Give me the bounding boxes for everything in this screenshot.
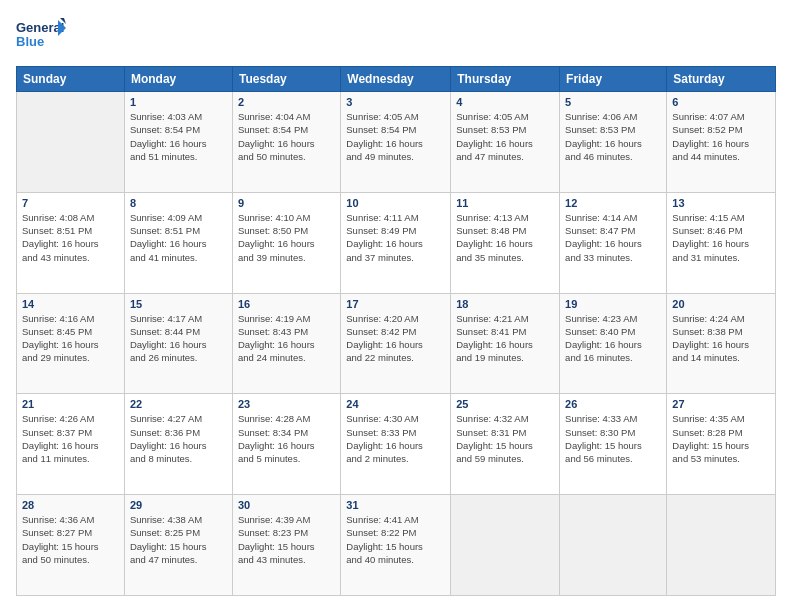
table-row: 29Sunrise: 4:38 AMSunset: 8:25 PMDayligh… [124,495,232,596]
table-row [451,495,560,596]
table-row: 9Sunrise: 4:10 AMSunset: 8:50 PMDaylight… [232,192,340,293]
day-number: 14 [22,298,119,310]
table-row [667,495,776,596]
day-info: Sunrise: 4:39 AMSunset: 8:23 PMDaylight:… [238,513,335,566]
day-info: Sunrise: 4:05 AMSunset: 8:54 PMDaylight:… [346,110,445,163]
day-info: Sunrise: 4:20 AMSunset: 8:42 PMDaylight:… [346,312,445,365]
day-number: 2 [238,96,335,108]
day-info: Sunrise: 4:23 AMSunset: 8:40 PMDaylight:… [565,312,661,365]
table-row: 3Sunrise: 4:05 AMSunset: 8:54 PMDaylight… [341,92,451,193]
day-number: 30 [238,499,335,511]
day-number: 15 [130,298,227,310]
table-row [560,495,667,596]
day-info: Sunrise: 4:08 AMSunset: 8:51 PMDaylight:… [22,211,119,264]
day-number: 22 [130,398,227,410]
table-row: 20Sunrise: 4:24 AMSunset: 8:38 PMDayligh… [667,293,776,394]
day-info: Sunrise: 4:28 AMSunset: 8:34 PMDaylight:… [238,412,335,465]
col-header-monday: Monday [124,67,232,92]
day-number: 21 [22,398,119,410]
col-header-friday: Friday [560,67,667,92]
day-number: 1 [130,96,227,108]
day-info: Sunrise: 4:17 AMSunset: 8:44 PMDaylight:… [130,312,227,365]
table-row: 31Sunrise: 4:41 AMSunset: 8:22 PMDayligh… [341,495,451,596]
col-header-wednesday: Wednesday [341,67,451,92]
day-info: Sunrise: 4:24 AMSunset: 8:38 PMDaylight:… [672,312,770,365]
day-number: 19 [565,298,661,310]
day-number: 6 [672,96,770,108]
col-header-saturday: Saturday [667,67,776,92]
table-row: 8Sunrise: 4:09 AMSunset: 8:51 PMDaylight… [124,192,232,293]
day-number: 4 [456,96,554,108]
table-row: 10Sunrise: 4:11 AMSunset: 8:49 PMDayligh… [341,192,451,293]
day-info: Sunrise: 4:21 AMSunset: 8:41 PMDaylight:… [456,312,554,365]
svg-text:General: General [16,20,64,35]
svg-text:Blue: Blue [16,34,44,49]
day-info: Sunrise: 4:19 AMSunset: 8:43 PMDaylight:… [238,312,335,365]
table-row: 15Sunrise: 4:17 AMSunset: 8:44 PMDayligh… [124,293,232,394]
table-row: 30Sunrise: 4:39 AMSunset: 8:23 PMDayligh… [232,495,340,596]
calendar-table: SundayMondayTuesdayWednesdayThursdayFrid… [16,66,776,596]
col-header-thursday: Thursday [451,67,560,92]
table-row: 6Sunrise: 4:07 AMSunset: 8:52 PMDaylight… [667,92,776,193]
day-number: 27 [672,398,770,410]
table-row: 1Sunrise: 4:03 AMSunset: 8:54 PMDaylight… [124,92,232,193]
table-row: 18Sunrise: 4:21 AMSunset: 8:41 PMDayligh… [451,293,560,394]
day-info: Sunrise: 4:26 AMSunset: 8:37 PMDaylight:… [22,412,119,465]
day-info: Sunrise: 4:03 AMSunset: 8:54 PMDaylight:… [130,110,227,163]
day-number: 23 [238,398,335,410]
table-row: 28Sunrise: 4:36 AMSunset: 8:27 PMDayligh… [17,495,125,596]
table-row: 24Sunrise: 4:30 AMSunset: 8:33 PMDayligh… [341,394,451,495]
day-info: Sunrise: 4:32 AMSunset: 8:31 PMDaylight:… [456,412,554,465]
day-info: Sunrise: 4:41 AMSunset: 8:22 PMDaylight:… [346,513,445,566]
logo: General Blue [16,16,66,58]
day-number: 18 [456,298,554,310]
day-info: Sunrise: 4:27 AMSunset: 8:36 PMDaylight:… [130,412,227,465]
day-info: Sunrise: 4:33 AMSunset: 8:30 PMDaylight:… [565,412,661,465]
table-row: 23Sunrise: 4:28 AMSunset: 8:34 PMDayligh… [232,394,340,495]
table-row: 27Sunrise: 4:35 AMSunset: 8:28 PMDayligh… [667,394,776,495]
day-info: Sunrise: 4:35 AMSunset: 8:28 PMDaylight:… [672,412,770,465]
table-row: 11Sunrise: 4:13 AMSunset: 8:48 PMDayligh… [451,192,560,293]
day-info: Sunrise: 4:16 AMSunset: 8:45 PMDaylight:… [22,312,119,365]
day-number: 8 [130,197,227,209]
day-info: Sunrise: 4:10 AMSunset: 8:50 PMDaylight:… [238,211,335,264]
day-number: 16 [238,298,335,310]
day-number: 13 [672,197,770,209]
day-number: 28 [22,499,119,511]
table-row: 14Sunrise: 4:16 AMSunset: 8:45 PMDayligh… [17,293,125,394]
day-number: 10 [346,197,445,209]
day-number: 29 [130,499,227,511]
table-row: 4Sunrise: 4:05 AMSunset: 8:53 PMDaylight… [451,92,560,193]
table-row: 25Sunrise: 4:32 AMSunset: 8:31 PMDayligh… [451,394,560,495]
col-header-sunday: Sunday [17,67,125,92]
day-info: Sunrise: 4:36 AMSunset: 8:27 PMDaylight:… [22,513,119,566]
table-row: 26Sunrise: 4:33 AMSunset: 8:30 PMDayligh… [560,394,667,495]
table-row: 12Sunrise: 4:14 AMSunset: 8:47 PMDayligh… [560,192,667,293]
page-header: General Blue [16,16,776,58]
table-row: 22Sunrise: 4:27 AMSunset: 8:36 PMDayligh… [124,394,232,495]
table-row: 19Sunrise: 4:23 AMSunset: 8:40 PMDayligh… [560,293,667,394]
day-number: 20 [672,298,770,310]
logo-svg: General Blue [16,16,66,58]
day-info: Sunrise: 4:05 AMSunset: 8:53 PMDaylight:… [456,110,554,163]
day-info: Sunrise: 4:15 AMSunset: 8:46 PMDaylight:… [672,211,770,264]
day-info: Sunrise: 4:38 AMSunset: 8:25 PMDaylight:… [130,513,227,566]
table-row: 17Sunrise: 4:20 AMSunset: 8:42 PMDayligh… [341,293,451,394]
day-info: Sunrise: 4:07 AMSunset: 8:52 PMDaylight:… [672,110,770,163]
col-header-tuesday: Tuesday [232,67,340,92]
day-number: 17 [346,298,445,310]
day-info: Sunrise: 4:04 AMSunset: 8:54 PMDaylight:… [238,110,335,163]
day-number: 24 [346,398,445,410]
day-number: 25 [456,398,554,410]
table-row: 2Sunrise: 4:04 AMSunset: 8:54 PMDaylight… [232,92,340,193]
day-info: Sunrise: 4:30 AMSunset: 8:33 PMDaylight:… [346,412,445,465]
day-number: 12 [565,197,661,209]
table-row [17,92,125,193]
day-info: Sunrise: 4:09 AMSunset: 8:51 PMDaylight:… [130,211,227,264]
day-info: Sunrise: 4:14 AMSunset: 8:47 PMDaylight:… [565,211,661,264]
day-number: 5 [565,96,661,108]
table-row: 5Sunrise: 4:06 AMSunset: 8:53 PMDaylight… [560,92,667,193]
day-info: Sunrise: 4:13 AMSunset: 8:48 PMDaylight:… [456,211,554,264]
day-info: Sunrise: 4:06 AMSunset: 8:53 PMDaylight:… [565,110,661,163]
table-row: 7Sunrise: 4:08 AMSunset: 8:51 PMDaylight… [17,192,125,293]
